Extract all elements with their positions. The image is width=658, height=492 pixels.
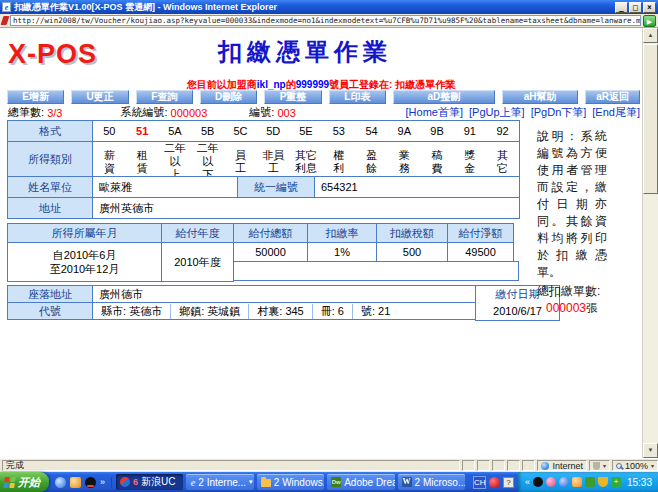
format-code[interactable]: 5B [191,125,224,137]
period-field[interactable]: 自2010年6月 至2010年12月 [7,242,162,282]
nav-pgup-link[interactable]: [PgUp上筆] [469,105,525,120]
nav-pgdn-link[interactable]: [PgDn下筆] [531,105,587,120]
format-code[interactable]: 9B [421,125,454,137]
system-no-value: 000003 [171,107,208,119]
format-code[interactable]: 5C [224,125,257,137]
payment-empty-row [233,261,519,281]
scrollbar-thumb[interactable] [643,44,658,194]
close-button[interactable]: × [643,2,656,13]
total-records-value: 3/3 [47,107,62,119]
name-label: 姓名單位 [7,176,93,198]
login-mid: 的 [286,79,296,90]
book-field[interactable]: 冊: 6 [312,304,352,319]
income-category: 其它 利息 [290,149,323,175]
ql-qq-icon[interactable] [85,477,96,488]
query-button[interactable]: F查詢 [136,90,193,104]
net-field[interactable]: 49500 [447,242,514,262]
task-label: Adobe Drea... [344,477,394,488]
minimize-button[interactable]: _ [615,2,628,13]
scroll-down-button[interactable]: ▼ [643,443,658,458]
uc-tray-icon[interactable] [559,477,569,487]
ie-icon: e [190,477,195,487]
code-fields: 縣市: 英德市 鄉鎮: 英城鎮 村裏: 345 冊: 6 號: 21 [92,302,476,320]
name-field[interactable]: 歐萊雅 [92,176,238,198]
protected-mode-pane: ▾ [589,460,610,471]
login-prefix: 您目前以加盟商 [187,79,257,90]
go-button[interactable]: ▶ [643,15,656,27]
tray-collapse-icon[interactable]: « [525,477,530,487]
return-button[interactable]: aR返回 [585,90,640,104]
format-code[interactable]: 53 [322,125,355,137]
location-field[interactable]: 廣州德市 [92,285,476,303]
help-tray-icon[interactable]: ? [503,477,514,488]
globe-icon [541,462,549,470]
delete-button[interactable]: D刪除 [200,90,257,104]
scheduler-tray-icon[interactable] [585,477,595,487]
windows-flag-icon [3,477,16,488]
refresh-button[interactable]: P重整 [264,90,321,104]
status-pane [477,460,490,471]
pay-year-field[interactable]: 2010年度 [161,242,234,282]
maximize-button[interactable]: □ [629,2,642,13]
vertical-scrollbar[interactable]: ▲ ▼ [642,28,658,458]
county-field[interactable]: 縣市: 英德市 [93,304,170,319]
add-button[interactable]: E增新 [7,90,64,104]
start-button[interactable]: 开始 [0,472,49,492]
security-shield-tray-icon[interactable] [598,477,608,487]
qq-penguin-tray-icon[interactable] [533,477,543,487]
category-values: 薪 資 租 賃 二年以 上 二年以 下 員 工 非員 工 其它 利息 權 利 盈… [92,141,520,177]
modify-button[interactable]: U更正 [71,90,128,104]
security-zone-pane: Internet [537,460,587,471]
format-code[interactable]: 91 [453,125,486,137]
uniform-no-field[interactable]: 654321 [314,176,520,198]
taskbar: 开始 » 6 新浪UC e 2 Interne... ▾ 2 Windows..… [0,472,658,492]
format-code[interactable]: 5D [257,125,290,137]
toolbar: E增新 U更正 F查詢 D刪除 P重整 L印表 aD整刪 aH幫助 aR返回 [7,90,640,104]
scroll-up-button[interactable]: ▲ [643,28,658,43]
help-button[interactable]: aH幫助 [502,90,579,104]
task-microsoft-word-group[interactable]: W 2 Microso... ▾ [398,474,465,490]
batch-delete-button[interactable]: aD整刪 [393,90,495,104]
format-code[interactable]: 50 [93,125,126,137]
number-field[interactable]: 號: 21 [352,304,398,319]
status-pane [492,460,505,471]
gross-field[interactable]: 50000 [233,242,308,262]
task-internet-explorer-group[interactable]: e 2 Interne... ▾ [186,474,253,490]
ql-messenger-icon[interactable] [70,477,81,488]
tax-header: 扣繳稅額 [376,223,448,243]
download-tray-icon[interactable] [572,477,582,487]
format-code[interactable]: 9A [388,125,421,137]
format-codes: 50 51 5A 5B 5C 5D 5E 53 54 9A 9B 91 92 [92,120,520,142]
format-code[interactable]: 92 [486,125,519,137]
income-category: 獎 金 [453,149,486,175]
nav-end-link[interactable]: [End尾筆] [592,105,640,120]
health-tray-icon[interactable] [611,477,621,487]
code-row: 代號 縣市: 英德市 鄉鎮: 英城鎮 村裏: 345 冊: 6 號: 21 [7,302,476,320]
ie-page-icon: e [2,2,11,12]
print-button[interactable]: L印表 [329,90,386,104]
messenger-tray-icon[interactable] [546,477,556,487]
language-indicator[interactable]: CH [473,476,486,489]
zoom-pane[interactable]: 100% ▾ [612,460,658,471]
format-code[interactable]: 54 [355,125,388,137]
rate-field[interactable]: 1% [307,242,377,262]
uc-message-badge: 6 [133,477,138,487]
address-field[interactable]: 廣州英德市 [92,197,520,219]
url-input[interactable]: http://win2008/tw/Voucher/koujiao.asp?ke… [10,15,641,26]
nav-home-link[interactable]: [Home首筆] [406,105,463,120]
quicklaunch-overflow-icon[interactable]: » [100,477,105,487]
task-windows-explorer-group[interactable]: 2 Windows... ▾ [257,474,324,490]
zoom-dropdown-icon[interactable]: ▾ [651,462,654,469]
format-code[interactable]: 5A [159,125,192,137]
ql-browser-icon[interactable] [55,477,66,488]
antivirus-tray-icon[interactable] [489,477,500,488]
village-field[interactable]: 村裏: 345 [248,304,311,319]
format-code[interactable]: 5E [290,125,323,137]
township-field[interactable]: 鄉鎮: 英城鎮 [170,304,248,319]
note-total-count: 000003張 [537,300,607,317]
start-label: 开始 [18,472,40,492]
task-sina-uc[interactable]: 6 新浪UC [116,474,183,490]
format-code-selected[interactable]: 51 [126,125,159,137]
task-adobe-dreamweaver[interactable]: Dw Adobe Drea... [327,474,394,490]
tax-field[interactable]: 500 [376,242,448,262]
